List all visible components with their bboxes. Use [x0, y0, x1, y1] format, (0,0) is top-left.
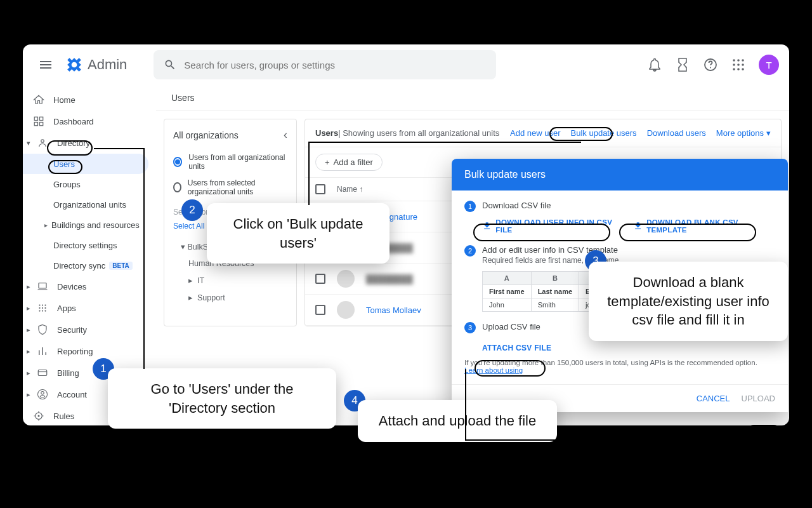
radio-all-orgs[interactable]: Users from all organizational units [173, 149, 287, 175]
more-options-dropdown[interactable]: More options ▾ [716, 128, 771, 138]
attach-csv-button[interactable]: ATTACH CSV FILE [482, 344, 551, 352]
nav-home[interactable]: Home [23, 89, 156, 110]
svg-point-20 [44, 304, 46, 305]
svg-point-29 [38, 415, 40, 417]
user-avatar-icon [337, 270, 355, 288]
svg-rect-14 [34, 123, 37, 126]
step-3-badge: 3 [464, 322, 476, 333]
user-avatar[interactable]: T [759, 55, 779, 75]
search-input[interactable] [184, 60, 486, 70]
user-avatar-icon [337, 301, 355, 319]
app-title: Admin [88, 57, 127, 73]
svg-point-23 [44, 307, 46, 309]
help-icon[interactable] [698, 52, 723, 77]
nav-apps[interactable]: ▸Apps [23, 297, 156, 319]
breadcrumb: Users [156, 85, 789, 111]
nav-directory-sync[interactable]: Directory syncBETA [23, 255, 156, 276]
nav-directory-settings[interactable]: Directory settings [23, 235, 156, 255]
hamburger-menu-icon[interactable] [33, 52, 58, 77]
svg-point-18 [39, 304, 40, 305]
nav-users[interactable]: Users [23, 154, 148, 174]
svg-point-19 [42, 304, 43, 305]
step-1-label: Download CSV file [482, 201, 551, 212]
add-filter-button[interactable]: + Add a filter [315, 154, 383, 171]
svg-rect-13 [40, 117, 43, 120]
nav-directory[interactable]: ▾Directory [23, 132, 156, 154]
nav-security[interactable]: ▸Security [23, 319, 156, 340]
admin-logo-icon [66, 57, 82, 73]
svg-point-24 [39, 310, 40, 311]
radio-selected-orgs[interactable]: Users from selected organizational units [173, 175, 287, 200]
nav-reporting[interactable]: ▸Reporting [23, 340, 156, 362]
org-tree-item[interactable]: ▸ Support [173, 289, 287, 306]
nav-buildings[interactable]: ▸Buildings and resources [23, 215, 156, 235]
users-subtitle: | Showing users from all organizational … [338, 128, 499, 138]
svg-point-25 [42, 310, 43, 311]
svg-point-22 [42, 307, 43, 309]
svg-point-6 [733, 64, 735, 66]
svg-point-5 [742, 59, 744, 62]
learn-more-link[interactable]: Learn about using [464, 366, 523, 374]
search-bar[interactable] [154, 50, 496, 79]
svg-point-16 [41, 140, 44, 143]
dialog-cancel-button[interactable]: CANCEL [697, 394, 730, 403]
svg-point-3 [733, 59, 735, 62]
download-blank-template-button[interactable]: DOWNLOAD BLANK CSV TEMPLATE [633, 218, 775, 234]
nav-devices[interactable]: ▸Devices [23, 276, 156, 297]
svg-point-21 [39, 307, 40, 309]
nav-org-units[interactable]: Organizational units [23, 194, 156, 215]
step-2-badge: 2 [464, 245, 476, 257]
svg-point-0 [72, 62, 77, 68]
dialog-upload-button[interactable]: UPLOAD [742, 394, 775, 403]
svg-point-10 [737, 68, 740, 70]
org-tree-item[interactable]: ▸ IT [173, 272, 287, 289]
search-icon [164, 58, 176, 71]
org-title: All organizations [173, 130, 239, 140]
callout-1: Go to 'Users' under the 'Directory secti… [108, 368, 336, 429]
hourglass-icon[interactable] [670, 52, 695, 77]
svg-point-9 [733, 68, 735, 70]
svg-rect-12 [34, 117, 37, 120]
svg-point-4 [737, 59, 740, 62]
step-1-badge: 1 [464, 201, 476, 212]
apps-grid-icon[interactable] [726, 52, 751, 77]
svg-rect-27 [38, 370, 47, 376]
callout-4: Attach and upload the file [358, 400, 557, 442]
col-name[interactable]: Name ↑ [337, 185, 363, 194]
highlight-ring-upload [746, 425, 782, 440]
svg-rect-15 [40, 123, 43, 126]
svg-point-2 [710, 67, 711, 69]
svg-point-11 [742, 68, 744, 70]
callout-2: Click on 'Bulk update users' [207, 203, 390, 264]
dialog-title: Bulk update users [452, 159, 788, 190]
notifications-icon[interactable] [642, 52, 667, 77]
callout-3: Download a blank template/existing user … [589, 262, 788, 341]
nav-groups[interactable]: Groups [23, 174, 156, 194]
org-collapse-icon[interactable]: ‹ [284, 128, 287, 142]
nav-dashboard[interactable]: Dashboard [23, 110, 156, 132]
download-users-link[interactable]: Download users [647, 128, 706, 138]
users-title: Users [315, 128, 338, 138]
svg-point-8 [742, 64, 744, 66]
svg-point-7 [737, 64, 740, 66]
svg-point-26 [44, 310, 46, 311]
step-3-label: Upload CSV file [482, 322, 540, 333]
svg-rect-17 [39, 283, 46, 288]
dialog-note: If you're updating more than 150,000 use… [464, 359, 775, 374]
bulk-update-users-link[interactable]: Bulk update users [571, 128, 637, 138]
download-user-info-button[interactable]: DOWNLOAD USER INFO IN CSV FILE [482, 218, 625, 234]
select-all-checkbox[interactable] [315, 184, 325, 194]
app-logo[interactable]: Admin [66, 57, 127, 73]
add-new-user-link[interactable]: Add new user [510, 128, 561, 138]
callout-badge-2: 2 [181, 199, 203, 221]
